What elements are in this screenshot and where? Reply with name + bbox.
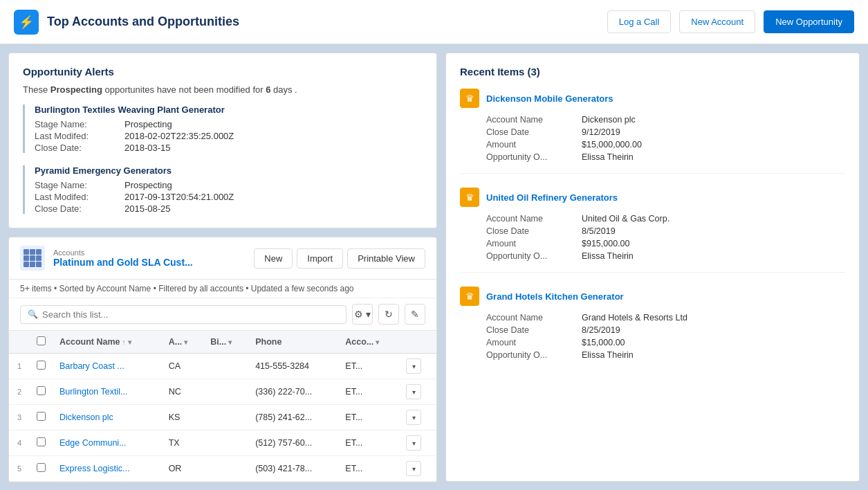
row-num: 3 [9,405,30,430]
recent-item-link[interactable]: Grand Hotels Kitchen Generator [486,291,624,302]
alert-modified-field: Last Modifed: 2017-09-13T20:54:21.000Z [35,192,423,202]
opportunity-owner-label: Opportunity O... [486,350,576,360]
table-row: 5 Express Logistic... OR (503) 421-78...… [9,456,436,482]
row-account-name: Burlington Textil... [53,379,162,405]
recent-item-header: ♛ Dickenson Mobile Generators [460,89,845,108]
recent-items-title: Recent Items (3) [460,66,845,78]
account-name-label: Account Name [486,313,576,323]
row-acco: ET... [338,456,399,482]
accounts-search-row: 🔍 ⚙ ▾ ↻ ✎ [9,298,436,331]
account-name-link[interactable]: Edge Communi... [59,438,127,448]
col-actions [399,331,436,354]
refresh-button[interactable]: ↻ [378,304,399,325]
row-dropdown-button[interactable]: ▾ [406,435,421,451]
left-panel: Opportunity Alerts These Prospecting opp… [8,53,437,482]
row-checkbox[interactable] [37,412,46,421]
row-checkbox-cell [30,405,53,430]
recent-item-fields: Account Name United Oil & Gas Corp. Clos… [486,214,845,261]
settings-button[interactable]: ⚙ ▾ [352,304,373,325]
row-checkbox[interactable] [37,463,46,472]
recent-item-link[interactable]: United Oil Refinery Generators [486,192,618,203]
new-account-record-button[interactable]: New [254,248,293,269]
col-num [9,331,30,354]
close-date-label: Close Date [486,325,576,335]
import-button[interactable]: Import [297,248,343,269]
accounts-meta-text: 5+ items • Sorted by Account Name • Filt… [20,284,354,293]
row-dropdown-button[interactable]: ▾ [406,384,421,399]
row-checkbox-cell [30,379,53,405]
recent-item-fields: Account Name Dickenson plc Close Date 9/… [486,115,845,162]
recent-item: ♛ United Oil Refinery Generators Account… [460,188,845,273]
row-num: 4 [9,430,30,456]
row-dropdown-button[interactable]: ▾ [406,410,421,425]
row-acco: ET... [338,430,399,456]
row-a: TX [162,430,204,456]
row-bi [203,379,248,405]
accounts-icon [20,246,45,271]
row-action: ▾ [399,456,436,482]
alert-item: Pyramid Emergency Generators Stage Name:… [23,165,423,214]
row-dropdown-button[interactable]: ▾ [406,359,421,374]
search-box: 🔍 [20,305,347,324]
close-date-value: 8/25/2019 [582,325,845,335]
sort-asc-icon: ↑ [122,338,126,346]
row-phone: (336) 222-70... [248,379,338,405]
alerts-desc-prefix: These [23,84,50,95]
recent-items-panel: Recent Items (3) ♛ Dickenson Mobile Gene… [445,53,860,482]
page-title: Top Accounts and Opportunities [47,15,599,29]
row-action: ▾ [399,405,436,430]
account-name-link[interactable]: Burlington Textil... [59,387,127,397]
alerts-keyword: Prospecting [50,84,102,95]
amount-value: $15,000,000.00 [582,140,845,149]
accounts-table: Account Name ↑ ▾ A...▾ Bi...▾ [9,331,436,482]
col-acco: Acco...▾ [338,331,399,354]
account-name-link[interactable]: Barbary Coast ... [59,361,124,371]
row-acco: ET... [338,354,399,379]
select-all-checkbox[interactable] [37,336,46,345]
row-action: ▾ [399,354,436,379]
col-a: A...▾ [162,331,204,354]
row-checkbox[interactable] [37,361,46,370]
amount-label: Amount [486,140,576,149]
search-input[interactable] [42,309,339,320]
recent-item-fields: Account Name Grand Hotels & Resorts Ltd … [486,313,845,360]
row-phone: (503) 421-78... [248,456,338,482]
table-row: 4 Edge Communi... TX (512) 757-60... ET.… [9,430,436,456]
new-account-button[interactable]: New Account [679,10,755,33]
log-call-button[interactable]: Log a Call [607,10,672,33]
printable-view-button[interactable]: Printable View [347,248,425,269]
row-bi [203,354,248,379]
row-account-name: Express Logistic... [53,456,162,482]
alert-modified-field: Last Modifed: 2018-02-02T22:35:25.000Z [35,131,423,141]
row-bi [203,430,248,456]
account-name-label: Account Name [486,214,576,224]
search-icon: 🔍 [28,309,38,319]
row-checkbox-cell [30,430,53,456]
recent-item-link[interactable]: Dickenson Mobile Generators [486,93,613,104]
account-name-link[interactable]: Express Logistic... [59,464,129,473]
sort-toggle-icon[interactable]: ▾ [128,338,131,346]
table-row: 2 Burlington Textil... NC (336) 222-70..… [9,379,436,405]
row-phone: 415-555-3284 [248,354,338,379]
row-a: CA [162,354,204,379]
edit-columns-button[interactable]: ✎ [405,304,425,325]
row-checkbox[interactable] [37,386,46,395]
row-num: 1 [9,354,30,379]
row-bi [203,456,248,482]
app-logo: ⚡ [14,10,39,35]
row-action: ▾ [399,430,436,456]
row-checkbox-cell [30,456,53,482]
account-name-value: Dickenson plc [582,115,845,125]
alert-stage-field: Stage Name: Prospecting [35,180,423,190]
row-dropdown-button[interactable]: ▾ [406,461,421,476]
opportunity-owner-label: Opportunity O... [486,251,576,261]
row-a: OR [162,456,204,482]
account-name-label: Account Name [486,115,576,125]
row-account-name: Barbary Coast ... [53,354,162,379]
recent-item-icon: ♛ [460,188,479,207]
row-checkbox[interactable] [37,437,46,446]
close-date-value: 8/5/2019 [582,226,845,236]
row-bi [203,405,248,430]
new-opportunity-button[interactable]: New Opportunity [764,10,854,33]
account-name-link[interactable]: Dickenson plc [59,412,113,422]
